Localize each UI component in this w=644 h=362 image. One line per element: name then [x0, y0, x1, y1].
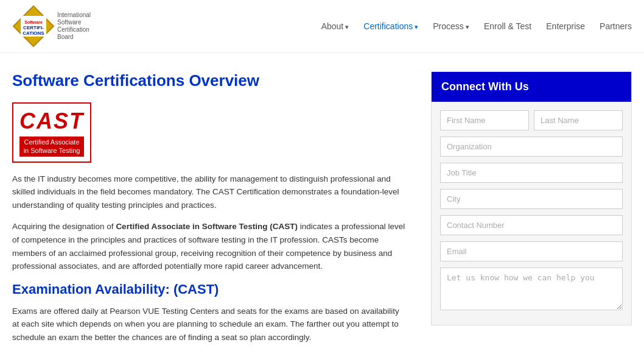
- cast-logo: CAST Certified Associate in Software Tes…: [12, 102, 91, 163]
- cast-logo-text: CAST: [19, 108, 84, 134]
- form-body: [432, 102, 631, 325]
- exam-text: Exams are offered daily at Pearson VUE T…: [12, 305, 407, 344]
- city-row: [440, 189, 623, 209]
- connect-header: Connect With Us: [432, 72, 631, 102]
- logo-container[interactable]: Software CERTIFI- CATIONS International …: [12, 5, 106, 48]
- first-name-input[interactable]: [440, 110, 529, 130]
- message-textarea[interactable]: [440, 268, 623, 310]
- nav-process[interactable]: Process: [433, 21, 469, 31]
- organization-input[interactable]: [440, 137, 623, 157]
- connect-box: Connect With Us: [431, 71, 632, 325]
- city-input[interactable]: [440, 189, 623, 209]
- content-left: Software Certifications Overview CAST Ce…: [12, 71, 431, 353]
- logo-subtext: International Software Certification Boa…: [57, 12, 106, 41]
- page-title: Software Certifications Overview: [12, 71, 407, 90]
- sidebar-right: Connect With Us: [431, 71, 632, 353]
- last-name-input[interactable]: [534, 110, 623, 130]
- svg-text:CERTIFI-: CERTIFI-: [23, 25, 44, 30]
- paragraph-2-bold: Certified Associate in Software Testing …: [116, 222, 298, 231]
- organization-row: [440, 137, 623, 157]
- svg-text:Software: Software: [24, 20, 43, 24]
- contact-number-row: [440, 215, 623, 235]
- job-title-row: [440, 163, 623, 183]
- nav-about[interactable]: About: [321, 21, 349, 31]
- cast-logo-sub: Certified Associate in Software Testing: [19, 137, 84, 157]
- message-row: [440, 268, 623, 310]
- nav-partners[interactable]: Partners: [600, 21, 632, 31]
- exam-title: Examination Availability: (CAST): [12, 282, 407, 297]
- header: Software CERTIFI- CATIONS International …: [0, 0, 644, 53]
- main-nav: About Certifications Process Enroll & Te…: [321, 21, 632, 31]
- main-container: Software Certifications Overview CAST Ce…: [0, 53, 644, 362]
- logo-icon: Software CERTIFI- CATIONS: [12, 5, 55, 48]
- email-input[interactable]: [440, 241, 623, 261]
- paragraph-2: Acquiring the designation of Certified A…: [12, 220, 407, 272]
- name-row: [440, 110, 623, 130]
- email-row: [440, 241, 623, 261]
- paragraph-2-prefix: Acquiring the designation of: [12, 222, 116, 231]
- nav-certifications[interactable]: Certifications: [363, 21, 418, 31]
- nav-enterprise[interactable]: Enterprise: [546, 21, 585, 31]
- paragraph-1: As the IT industry becomes more competit…: [12, 172, 407, 212]
- job-title-input[interactable]: [440, 163, 623, 183]
- nav-enroll-test[interactable]: Enroll & Test: [484, 21, 531, 31]
- contact-number-input[interactable]: [440, 215, 623, 235]
- svg-text:CATIONS: CATIONS: [23, 30, 44, 36]
